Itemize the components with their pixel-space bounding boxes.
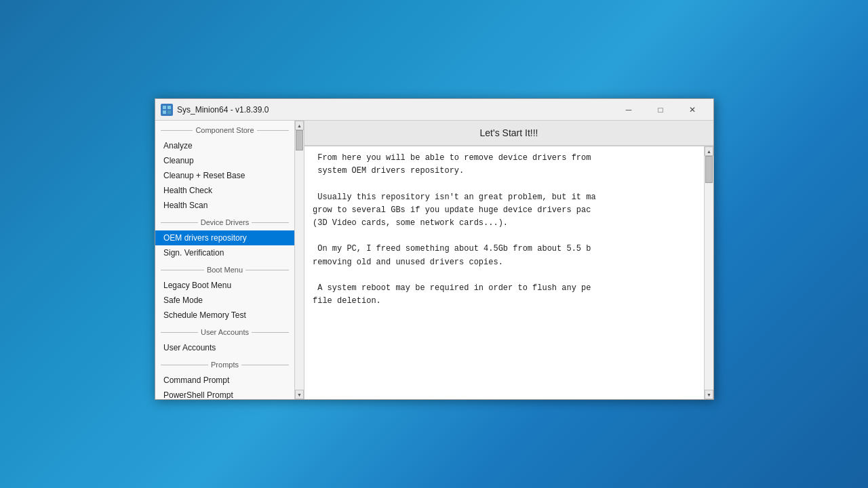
sidebar-item-cleanup[interactable]: Cleanup: [155, 153, 294, 168]
sidebar-item-safe-mode[interactable]: Safe Mode: [155, 293, 294, 308]
content-scroll-thumb: [705, 156, 713, 183]
sidebar-scroll-down-btn[interactable]: ▼: [295, 390, 304, 399]
title-bar: Sys_Minion64 - v1.8.39.0 ─ □ ✕: [155, 99, 713, 121]
section-header-boot-menu: Boot Menu: [155, 263, 294, 277]
sidebar-item-schedule-memory-test[interactable]: Schedule Memory Test: [155, 308, 294, 323]
right-panel: Let's Start It!!! From here you will be …: [304, 121, 713, 399]
sidebar-item-analyze[interactable]: Analyze: [155, 138, 294, 153]
sidebar-item-powershell-prompt[interactable]: PowerShell Prompt: [155, 388, 294, 399]
sidebar-scroll-track: [295, 130, 304, 390]
sidebar-item-oem-drivers[interactable]: OEM drivers repository: [155, 230, 294, 245]
section-header-prompts: Prompts: [155, 358, 294, 371]
maximize-button[interactable]: □: [645, 100, 676, 120]
sidebar-item-cleanup-reset-base[interactable]: Cleanup + Reset Base: [155, 168, 294, 183]
svg-rect-0: [163, 106, 166, 109]
window-controls: ─ □ ✕: [613, 100, 708, 120]
sidebar-item-health-check[interactable]: Health Check: [155, 183, 294, 198]
action-bar: Let's Start It!!!: [304, 121, 713, 146]
window-title: Sys_Minion64 - v1.8.39.0: [177, 105, 613, 115]
close-button[interactable]: ✕: [677, 100, 708, 120]
sidebar-item-health-scan[interactable]: Health Scan: [155, 198, 294, 213]
content-scroll-down-btn[interactable]: ▼: [705, 390, 713, 399]
sidebar-item-user-accounts[interactable]: User Accounts: [155, 340, 294, 355]
section-header-component-store: Component Store: [155, 123, 294, 137]
content-scroll-up-btn[interactable]: ▲: [705, 146, 713, 156]
content-area: From here you will be able to remove dev…: [304, 146, 713, 399]
sidebar-scroll-thumb: [296, 130, 303, 150]
content-text: From here you will be able to remove dev…: [304, 146, 704, 399]
content-scroll-track: [705, 156, 713, 390]
svg-rect-2: [163, 110, 166, 114]
sidebar-items-list: Component Store Analyze Cleanup Cleanup …: [155, 121, 294, 399]
minimize-button[interactable]: ─: [613, 100, 644, 120]
section-header-user-accounts: User Accounts: [155, 325, 294, 339]
sidebar-scroll-container: Component Store Analyze Cleanup Cleanup …: [155, 121, 304, 399]
main-content: Component Store Analyze Cleanup Cleanup …: [155, 121, 713, 399]
content-scrollbar: ▲ ▼: [704, 146, 713, 399]
svg-rect-3: [167, 110, 171, 114]
section-header-device-drivers: Device Drivers: [155, 216, 294, 229]
sidebar: Component Store Analyze Cleanup Cleanup …: [155, 121, 304, 399]
app-icon: [161, 104, 173, 116]
sidebar-scroll-up-btn[interactable]: ▲: [295, 121, 304, 130]
app-window: Sys_Minion64 - v1.8.39.0 ─ □ ✕ Component…: [155, 98, 714, 400]
start-button[interactable]: Let's Start It!!!: [304, 121, 713, 146]
sidebar-item-sign-verification[interactable]: Sign. Verification: [155, 245, 294, 260]
sidebar-item-command-prompt[interactable]: Command Prompt: [155, 373, 294, 388]
svg-rect-1: [167, 106, 171, 109]
sidebar-item-legacy-boot-menu[interactable]: Legacy Boot Menu: [155, 278, 294, 293]
sidebar-scrollbar: ▲ ▼: [294, 121, 304, 399]
